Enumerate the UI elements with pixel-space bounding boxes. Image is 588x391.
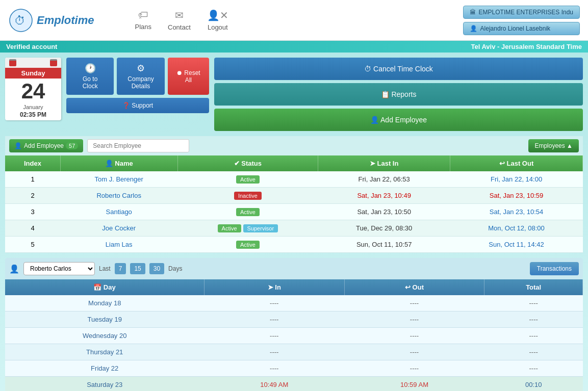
employee-table: Index 👤 Name ✔ Status ➤ Last In ↩ Last O… bbox=[5, 155, 583, 253]
cell-status: ActiveSupervisor bbox=[177, 220, 318, 237]
cell-total: ---- bbox=[484, 295, 583, 311]
status-badge: Active bbox=[218, 224, 241, 232]
employees-filter-button[interactable]: Employees ▲ bbox=[528, 139, 579, 152]
search-employee-input[interactable] bbox=[87, 139, 189, 152]
table-row[interactable]: 3 Santiago Active Sat, Jan 23, 10:50 Sat… bbox=[5, 204, 583, 220]
trans-col-total: Total bbox=[484, 279, 583, 295]
logout-icon: 👤✕ bbox=[207, 9, 228, 21]
user-button[interactable]: 👤 Alejandro Lionel Lasebnik bbox=[463, 22, 580, 35]
reports-label: Reports bbox=[391, 90, 416, 98]
contact-icon: ✉ bbox=[175, 9, 184, 21]
reports-button[interactable]: 📋 Reports bbox=[214, 83, 583, 106]
verified-text: Verified account bbox=[6, 43, 57, 50]
company-details-button[interactable]: ⚙ CompanyDetails bbox=[117, 58, 164, 95]
transactions-table-body: Monday 18 ---- ---- ---- Tuesday 19 ----… bbox=[5, 295, 583, 391]
question-icon: ❓ bbox=[122, 102, 132, 109]
header: ⏱ Emplotime 🏷 Plans ✉ Contact 👤✕ Logout … bbox=[0, 0, 588, 41]
timezone-text: Tel Aviv - Jerusalem Standard Time bbox=[471, 43, 582, 50]
nav-contact-label: Contact bbox=[168, 23, 191, 31]
main-nav: 🏷 Plans ✉ Contact 👤✕ Logout bbox=[135, 9, 228, 31]
transactions-section: 👤 Roberto CarlosTom J. BerengerSantiagoJ… bbox=[5, 258, 583, 391]
reset-all-button[interactable]: ⏺ Reset All bbox=[168, 58, 209, 95]
cell-index: 4 bbox=[5, 220, 60, 237]
trans-col-out: ↩ Out bbox=[344, 279, 484, 295]
plans-icon: 🏷 bbox=[138, 9, 148, 21]
cell-day: Saturday 23 bbox=[5, 377, 204, 392]
user-circle-icon: 👤 bbox=[9, 264, 19, 274]
goto-clock-button[interactable]: 🕐 Go toClock bbox=[66, 58, 114, 95]
cell-out: ---- bbox=[344, 360, 484, 377]
col-lastin: ➤ Last In bbox=[318, 155, 450, 171]
table-row: Saturday 23 10:49 AM 10:59 AM 00:10 bbox=[5, 377, 583, 392]
cell-index: 1 bbox=[5, 171, 60, 188]
cell-day: Thursday 21 bbox=[5, 344, 204, 360]
table-row[interactable]: 5 Liam Las Active Sun, Oct 11, 10:57 Sun… bbox=[5, 237, 583, 253]
last-label: Last bbox=[99, 265, 111, 272]
cell-in: ---- bbox=[204, 344, 344, 360]
building-icon: 🏛 bbox=[470, 9, 476, 16]
day-7-button[interactable]: 7 bbox=[115, 263, 126, 274]
employee-toolbar: 👤 Add Employee 57 Employees ▲ bbox=[5, 136, 583, 155]
transactions-button[interactable]: Transactions bbox=[530, 262, 579, 275]
cell-index: 5 bbox=[5, 237, 60, 253]
status-badge: Active bbox=[236, 241, 260, 249]
nav-logout[interactable]: 👤✕ Logout bbox=[207, 9, 228, 31]
reset-all-label: Reset All bbox=[184, 69, 200, 84]
nav-contact[interactable]: ✉ Contact bbox=[168, 9, 191, 31]
status-badge: Active bbox=[236, 175, 260, 184]
table-row: Tuesday 19 ---- ---- ---- bbox=[5, 311, 583, 328]
trans-col-in: ➤ In bbox=[204, 279, 344, 295]
cancel-clock-button[interactable]: ⏱ Cancel Time Clock bbox=[214, 58, 583, 80]
transactions-table-header: 📅 Day ➤ In ↩ Out Total bbox=[5, 279, 583, 295]
cell-out: ---- bbox=[344, 311, 484, 328]
add-employee-button[interactable]: 👤 Add Employee 57 bbox=[9, 139, 83, 152]
cell-in: ---- bbox=[204, 328, 344, 344]
table-row: Thursday 21 ---- ---- ---- bbox=[5, 344, 583, 360]
company-button[interactable]: 🏛 EMPLOTIME ENTERPRISES Indu bbox=[463, 6, 580, 19]
cell-status: Active bbox=[177, 204, 318, 220]
support-label: Support bbox=[132, 102, 153, 109]
supervisor-badge: Supervisor bbox=[243, 224, 278, 232]
company-button-label: EMPLOTIME ENTERPRISES Indu bbox=[479, 9, 573, 16]
reports-icon: 📋 bbox=[381, 90, 392, 98]
right-buttons: ⏱ Cancel Time Clock 📋 Reports 👤 Add Empl… bbox=[214, 58, 583, 131]
cell-index: 3 bbox=[5, 204, 60, 220]
calendar-time: 02:35 PM bbox=[5, 111, 61, 120]
cell-day: Monday 18 bbox=[5, 295, 204, 311]
day-15-button[interactable]: 15 bbox=[130, 263, 145, 274]
user-button-label: Alejandro Lionel Lasebnik bbox=[480, 25, 550, 32]
main-area: Sunday 24 January 02:35 PM 🕐 Go toClock … bbox=[0, 53, 588, 391]
cal-tab-left bbox=[9, 59, 16, 66]
calendar-date: 24 bbox=[5, 79, 61, 104]
cell-lastout: Sat, Jan 23, 10:54 bbox=[450, 204, 583, 220]
cell-total: ---- bbox=[484, 344, 583, 360]
add-employee-large-label: Add Employee bbox=[380, 116, 427, 124]
calendar-month: January bbox=[5, 104, 61, 111]
transactions-table: 📅 Day ➤ In ↩ Out Total Monday 18 ---- --… bbox=[5, 279, 583, 391]
clock-cancel-icon: ⏱ bbox=[364, 65, 373, 73]
verified-bar: Verified account Tel Aviv - Jerusalem St… bbox=[0, 41, 588, 53]
cell-index: 2 bbox=[5, 188, 60, 204]
table-row[interactable]: 2 Roberto Carlos Inactive Sat, Jan 23, 1… bbox=[5, 188, 583, 204]
cell-day: Wednesday 20 bbox=[5, 328, 204, 344]
cell-name: Tom J. Berenger bbox=[60, 171, 177, 188]
cell-in: ---- bbox=[204, 295, 344, 311]
clock-icon: 🕐 bbox=[85, 63, 96, 74]
add-employee-large-button[interactable]: 👤 Add Employee bbox=[214, 109, 583, 131]
table-row: Wednesday 20 ---- ---- ---- bbox=[5, 328, 583, 344]
header-right: 🏛 EMPLOTIME ENTERPRISES Indu 👤 Alejandro… bbox=[463, 6, 580, 35]
support-button[interactable]: ❓ Support bbox=[66, 98, 209, 113]
nav-plans[interactable]: 🏷 Plans bbox=[135, 9, 151, 31]
table-row[interactable]: 4 Joe Cocker ActiveSupervisor Tue, Dec 2… bbox=[5, 220, 583, 237]
cell-lastout: Sat, Jan 23, 10:59 bbox=[450, 188, 583, 204]
col-name: 👤 Name bbox=[60, 155, 177, 171]
table-row[interactable]: 1 Tom J. Berenger Active Fri, Jan 22, 06… bbox=[5, 171, 583, 188]
cell-lastout: Mon, Oct 12, 08:00 bbox=[450, 220, 583, 237]
cell-lastin: Sat, Jan 23, 10:50 bbox=[318, 204, 450, 220]
day-30-button[interactable]: 30 bbox=[149, 263, 164, 274]
employee-dropdown[interactable]: Roberto CarlosTom J. BerengerSantiagoJoe… bbox=[23, 262, 95, 275]
col-lastout: ↩ Last Out bbox=[450, 155, 583, 171]
cell-out: ---- bbox=[344, 344, 484, 360]
logo-text: Emplotime bbox=[37, 14, 94, 27]
col-status: ✔ Status bbox=[177, 155, 318, 171]
